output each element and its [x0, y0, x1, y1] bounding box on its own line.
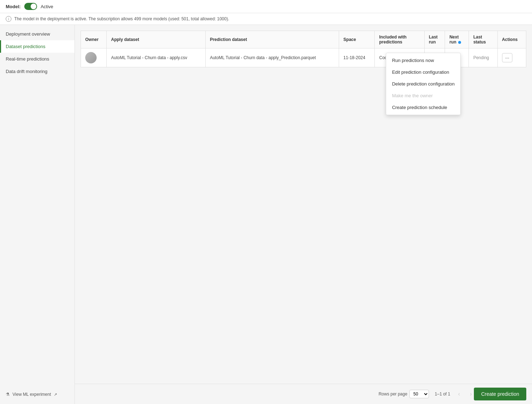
cell-last-status: Pending [469, 48, 497, 67]
menu-item-edit-prediction-config[interactable]: Edit prediction configuration [386, 66, 460, 78]
col-included-with-predictions: Included withpredictions [375, 31, 424, 48]
create-prediction-button[interactable]: Create prediction [474, 388, 526, 400]
actions-dropdown-menu: Run predictions now Edit prediction conf… [386, 53, 461, 115]
full-footer: Rows per page 10 25 50 100 1–1 of 1 ‹ › … [75, 384, 532, 404]
view-ml-experiment-label: View ML experiment [12, 392, 51, 397]
view-ml-experiment-link[interactable]: ⚗ View ML experiment ↗ [0, 388, 75, 401]
pagination-prev-button[interactable]: ‹ [456, 389, 462, 399]
cell-owner [81, 48, 107, 67]
sidebar-item-data-drift-monitoring[interactable]: Data drift monitoring [0, 65, 75, 78]
col-space: Space [339, 31, 375, 48]
cell-space: 11-18-2024 [339, 48, 375, 67]
cell-prediction-dataset: AutoML Tutorial - Churn data - apply_Pre… [205, 48, 339, 67]
model-toggle[interactable] [24, 3, 37, 10]
col-apply-dataset: Apply dataset [107, 31, 205, 48]
app-container: Model: Active i The model in the deploym… [0, 0, 532, 404]
info-message: The model in the deployment is active. T… [14, 16, 229, 21]
row-actions-button[interactable]: ··· [502, 53, 513, 62]
rows-per-page: Rows per page 10 25 50 100 [379, 390, 429, 398]
col-prediction-dataset: Prediction dataset [205, 31, 339, 48]
cell-apply-dataset: AutoML Tutorial - Churn data - apply.csv [107, 48, 205, 67]
toggle-track [24, 3, 37, 10]
rows-per-page-label: Rows per page [379, 392, 408, 397]
col-next-run: Nextrun [445, 31, 469, 48]
pagination-section: Rows per page 10 25 50 100 1–1 of 1 ‹ › [379, 389, 474, 399]
menu-item-make-me-owner: Make me the owner [386, 90, 460, 102]
active-label: Active [41, 4, 53, 9]
menu-item-run-predictions-now[interactable]: Run predictions now [386, 55, 460, 66]
top-bar: Model: Active [0, 0, 532, 13]
toggle-thumb [31, 4, 36, 9]
status-badge: Pending [473, 55, 489, 60]
col-last-run: Lastrun [424, 31, 445, 48]
col-actions: Actions [497, 31, 526, 48]
content-area: Owner Apply dataset Prediction dataset S… [75, 25, 532, 404]
menu-item-create-prediction-schedule[interactable]: Create prediction schedule [386, 102, 460, 113]
avatar-img [85, 52, 97, 63]
pagination-next-button[interactable]: › [468, 389, 474, 399]
sidebar-item-deployment-overview[interactable]: Deployment overview [0, 28, 75, 40]
external-link-icon: ↗ [54, 392, 57, 397]
sidebar-item-dataset-predictions[interactable]: Dataset predictions [0, 40, 75, 53]
model-label: Model: [6, 4, 21, 9]
info-bar: i The model in the deployment is active.… [0, 13, 532, 25]
menu-item-delete-prediction-config[interactable]: Delete prediction configuration [386, 78, 460, 90]
main-layout: Deployment overview Dataset predictions … [0, 25, 532, 404]
rows-per-page-select[interactable]: 10 25 50 100 [409, 390, 429, 398]
cell-actions: ··· [497, 48, 526, 67]
table-area: Owner Apply dataset Prediction dataset S… [75, 25, 532, 384]
sidebar-item-realtime-predictions[interactable]: Real-time predictions [0, 53, 75, 65]
sidebar-nav: Deployment overview Dataset predictions … [0, 28, 75, 78]
col-last-status: Laststatus [469, 31, 497, 48]
info-icon: i [6, 16, 11, 22]
next-run-dot [458, 41, 461, 44]
pagination-info: 1–1 of 1 [435, 392, 450, 397]
owner-avatar [85, 52, 97, 63]
sidebar: Deployment overview Dataset predictions … [0, 25, 75, 404]
flask-icon: ⚗ [6, 392, 10, 397]
col-owner: Owner [81, 31, 107, 48]
